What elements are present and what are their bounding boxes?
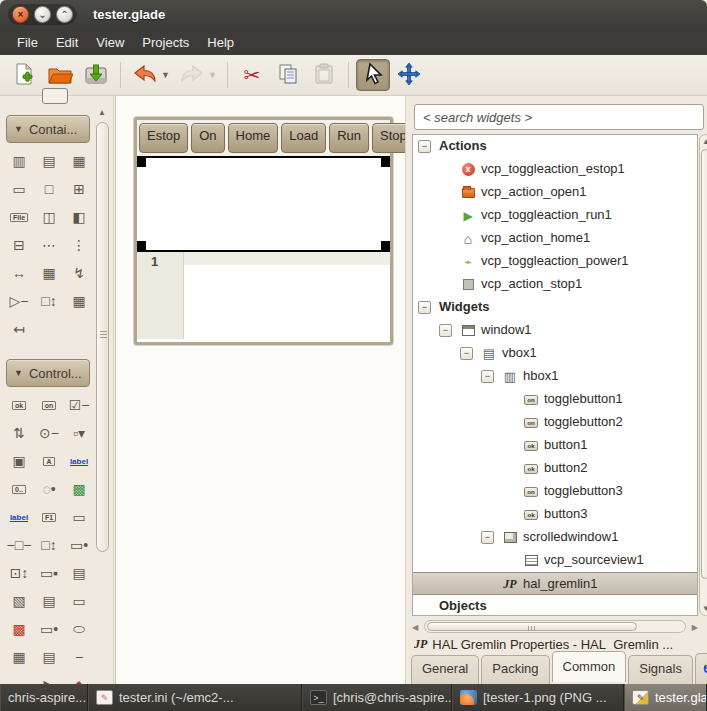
palette-widget-item[interactable]: ▭• — [34, 619, 64, 639]
palette-widget-item[interactable]: ▷− — [4, 291, 34, 311]
palette-widget-item[interactable]: ▩ — [64, 479, 94, 499]
accessibility-icon[interactable] — [695, 653, 707, 684]
tab-packing[interactable]: Packing — [481, 655, 549, 684]
palette-widget-item[interactable]: □ — [34, 179, 64, 199]
palette-widget-item[interactable]: F1 — [34, 507, 64, 527]
palette-widget-item[interactable]: ▭▪ — [34, 563, 64, 583]
open-project-button[interactable] — [43, 59, 77, 91]
palette-widget-item[interactable]: ⇅ — [4, 423, 34, 443]
paste-button[interactable] — [307, 59, 341, 91]
titlebar[interactable]: × ⌄ ⌃ tester.glade — [0, 0, 707, 29]
taskbar-item-1[interactable]: chris-aspire... — [0, 684, 88, 711]
tree-row-vcp_toggleaction_run1[interactable]: ▶vcp_toggleaction_run1 — [413, 204, 697, 227]
selection-handle[interactable] — [137, 241, 146, 250]
palette-widget-item[interactable]: ▤ — [34, 151, 64, 171]
palette-widget-item[interactable]: □↕ — [34, 535, 64, 555]
palette-widget-item[interactable]: ⊟ — [4, 235, 34, 255]
tree-row-vcp_action_open1[interactable]: vcp_action_open1 — [413, 181, 697, 204]
scroll-up-icon[interactable]: ▲ — [702, 137, 707, 146]
selection-handle[interactable] — [381, 158, 390, 167]
new-project-button[interactable] — [7, 59, 41, 91]
expander-icon[interactable]: − — [418, 140, 431, 153]
tree-row-vcp_toggleaction_power1[interactable]: ⌁vcp_toggleaction_power1 — [413, 250, 697, 273]
save-project-button[interactable] — [79, 59, 113, 91]
design-button-estop[interactable]: Estop — [139, 123, 188, 153]
expander-icon[interactable]: − — [418, 301, 431, 314]
tree-row-objects[interactable]: Objects — [413, 595, 697, 616]
designed-sourceview[interactable]: 1 — [137, 252, 390, 339]
menu-help[interactable]: Help — [198, 31, 243, 54]
tab-common[interactable]: Common — [552, 651, 627, 682]
palette-partial-icon[interactable] — [42, 88, 68, 104]
palette-widget-item[interactable]: ▧ — [4, 591, 34, 611]
palette-section-containers[interactable]: ▼Contai... — [6, 115, 90, 143]
palette-widget-item[interactable]: ▣ — [4, 451, 34, 471]
taskbar-item-2[interactable]: ✎tester.ini (~/emc2-... — [88, 684, 302, 711]
design-workspace[interactable]: EstopOnHomeLoadRunStop 1 — [115, 96, 405, 684]
menu-view[interactable]: View — [87, 31, 133, 54]
sourceview-text-area[interactable] — [184, 252, 390, 339]
taskbar-item-4[interactable]: [tester-1.png (PNG ... — [452, 684, 624, 711]
tree-row-vbox1[interactable]: −▤vbox1 — [413, 342, 697, 365]
tree-row-vcp_sourceview1[interactable]: vcp_sourceview1 — [413, 549, 697, 572]
cut-button[interactable]: ✂ — [235, 59, 269, 91]
copy-button[interactable] — [271, 59, 305, 91]
close-button[interactable]: × — [12, 6, 29, 23]
palette-widget-item[interactable]: on — [34, 395, 64, 415]
drag-resize-button[interactable] — [392, 59, 426, 91]
tree-row-vcp_action_home1[interactable]: ⌂vcp_action_home1 — [413, 227, 697, 250]
menu-file[interactable]: File — [8, 31, 47, 54]
tree-row-hbox1[interactable]: −▥hbox1 — [413, 365, 697, 388]
palette-widget-item[interactable]: ▤ — [34, 591, 64, 611]
tree-horizontal-scrollbar[interactable]: ◀ ▶ — [412, 620, 698, 634]
scroll-right-icon[interactable]: ▶ — [692, 623, 698, 632]
menu-projects[interactable]: Projects — [133, 31, 198, 54]
palette-widget-item[interactable]: ⬭ — [64, 619, 94, 639]
palette-widget-item[interactable]: ⋯ — [34, 235, 64, 255]
tree-row-vcp_toggleaction_estop1[interactable]: xvcp_toggleaction_estop1 — [413, 158, 697, 181]
tree-row-hal_gremlin1[interactable]: JPhal_gremlin1 — [413, 572, 697, 595]
palette-widget-item[interactable]: ⊡↕ — [4, 563, 34, 583]
palette-widget-item[interactable]: ▭ — [4, 179, 34, 199]
palette-widget-item[interactable]: ▭ — [64, 507, 94, 527]
design-button-load[interactable]: Load — [281, 123, 326, 153]
palette-widget-item[interactable]: □↕ — [34, 291, 64, 311]
design-button-run[interactable]: Run — [329, 123, 369, 153]
palette-widget-item[interactable]: − — [64, 647, 94, 667]
selection-handle[interactable] — [137, 158, 146, 167]
designed-hbox1[interactable]: EstopOnHomeLoadRunStop — [137, 120, 390, 156]
palette-widget-item[interactable]: ◌• — [34, 479, 64, 499]
palette-scrollbar[interactable]: ▲ — [96, 106, 110, 672]
palette-widget-item[interactable]: ▤ — [34, 647, 64, 667]
tree-row-widgets[interactable]: −Widgets — [413, 296, 697, 319]
palette-widget-item[interactable]: label — [4, 507, 34, 527]
expander-icon[interactable]: − — [439, 324, 452, 337]
palette-widget-item[interactable]: ok — [4, 395, 34, 415]
taskbar-item-3[interactable]: >_[chris@chris-aspire... — [302, 684, 452, 711]
maximize-button[interactable]: ⌃ — [56, 6, 73, 23]
palette-widget-item[interactable]: ↤ — [4, 319, 34, 339]
search-widgets-input[interactable]: < search widgets > — [414, 104, 704, 130]
scroll-down-icon[interactable]: ▼ — [702, 604, 707, 613]
palette-widget-item[interactable]: ▭• — [64, 535, 94, 555]
palette-widget-item[interactable]: label — [64, 451, 94, 471]
palette-widget-item[interactable]: ◧ — [64, 207, 94, 227]
tree-row-button3[interactable]: okbutton3 — [413, 503, 697, 526]
select-mode-button[interactable] — [356, 59, 390, 91]
selected-widget-hal-gremlin1[interactable] — [137, 156, 390, 252]
tree-scrollbar-thumb[interactable] — [701, 149, 707, 579]
palette-widget-item[interactable]: ▦ — [34, 263, 64, 283]
palette-widget-item[interactable]: ↯ — [64, 263, 94, 283]
tree-row-button2[interactable]: okbutton2 — [413, 457, 697, 480]
minimize-button[interactable]: ⌄ — [34, 6, 51, 23]
tree-row-togglebutton3[interactable]: ontogglebutton3 — [413, 480, 697, 503]
palette-widget-item[interactable]: −□− — [4, 535, 34, 555]
design-button-home[interactable]: Home — [228, 123, 279, 153]
expander-icon[interactable]: − — [460, 347, 473, 360]
undo-button-dropdown[interactable]: ▼ — [161, 70, 170, 80]
tab-signals[interactable]: Signals — [628, 655, 693, 684]
palette-widget-item[interactable]: ▩ — [4, 619, 34, 639]
taskbar-item-5[interactable]: ✎tester.gla... — [624, 684, 707, 711]
designed-window1[interactable]: EstopOnHomeLoadRunStop 1 — [134, 117, 393, 345]
redo-button[interactable] — [175, 59, 209, 91]
